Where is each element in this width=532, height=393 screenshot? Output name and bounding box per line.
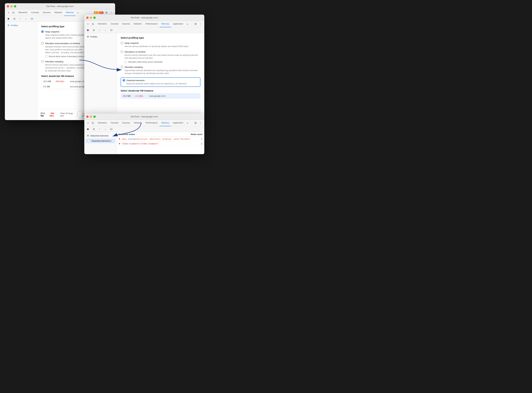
settings-icon-2[interactable]: ⚙	[193, 22, 198, 26]
more-tabs-icon-2[interactable]: »	[185, 22, 190, 26]
minimize-btn-3[interactable]	[90, 116, 92, 118]
nodes-row-0[interactable]: ● <div style="position: absolute; displa…	[117, 137, 204, 141]
main-3: Detached nodes Node count ● <div style="…	[117, 132, 204, 154]
tab-performance-2[interactable]: Performance	[144, 21, 160, 27]
bullet-0: ●	[119, 138, 120, 140]
nodes-row-1-html: ● <fake-element></fake-element>	[119, 142, 158, 145]
detached-elements-label: Detached elements 1	[92, 140, 111, 142]
stack-traces-checkbox-1[interactable]	[45, 55, 47, 58]
collect-icon-2[interactable]: ⛁	[109, 28, 113, 32]
clear-icon-3[interactable]: ⊘	[92, 127, 96, 131]
cursor-icon-2[interactable]: ⌖	[86, 22, 90, 26]
upload-icon-1[interactable]: ↑	[18, 17, 22, 21]
tab-console-3[interactable]: Console	[109, 120, 120, 126]
sampling-radio-1[interactable]	[41, 60, 44, 63]
record-icon-3[interactable]: ⏺	[86, 127, 90, 131]
tab-network-2[interactable]: Network	[132, 21, 144, 27]
more-icon-3[interactable]: ⋮	[198, 121, 203, 125]
settings-icon-1[interactable]: ⚙	[104, 10, 109, 15]
devtools-window-2: DevTools - www.google.com/ ⌖ ⊡ Elements …	[84, 15, 204, 122]
sampling-label-2: Allocation sampling	[125, 66, 143, 68]
alloc-radio-2[interactable]	[121, 50, 123, 53]
tab-performance-3[interactable]: Performance	[144, 120, 160, 126]
more-tabs-icon-1[interactable]: »	[76, 10, 80, 15]
main-2: Select profiling type Heap snapshot See …	[117, 33, 204, 113]
tab-console-1[interactable]: Console	[29, 10, 41, 16]
tab-network-1[interactable]: Network	[53, 10, 64, 16]
sidebar-item-profiles-2[interactable]: ⚙ Profiles	[84, 34, 116, 39]
detached-radio-2[interactable]	[123, 79, 125, 82]
mobile-icon-2[interactable]: ⊡	[91, 22, 95, 26]
mobile-icon-3[interactable]: ⊡	[91, 121, 95, 125]
heap-label-2: Heap snapshot	[125, 42, 139, 44]
collect-icon-3[interactable]: ⛁	[109, 127, 113, 131]
sampling-radio-2[interactable]	[121, 66, 123, 68]
heap-radio-1[interactable]	[41, 30, 44, 33]
minimize-btn-1[interactable]	[10, 5, 13, 7]
tab-elements-3[interactable]: Elements	[96, 120, 109, 126]
record-icon-2[interactable]: ⏺	[86, 28, 90, 32]
checkbox-row-2: Allocation stack traces (more overhead)	[125, 61, 200, 63]
maximize-btn-1[interactable]	[14, 5, 16, 7]
vm-size-1-1: 5.2 MB	[43, 85, 53, 88]
download-icon-2[interactable]: ↓	[103, 28, 108, 32]
close-btn-1[interactable]	[7, 5, 9, 7]
sampling-radio-row-2: Allocation sampling	[121, 66, 200, 68]
tab-network-3[interactable]: Network	[132, 120, 144, 126]
sidebar-2: ⚙ Profiles	[84, 33, 117, 122]
sampling-option-2: Allocation sampling Approximate memory a…	[121, 66, 200, 75]
tab-elements-2[interactable]: Elements	[96, 21, 109, 27]
settings-icon-3[interactable]: ⚙	[193, 121, 198, 125]
tab-memory-3[interactable]: Memory	[160, 120, 171, 126]
clear-icon-1[interactable]: ⊘	[12, 17, 17, 21]
close-btn-3[interactable]	[86, 116, 88, 118]
window-controls-1	[7, 5, 16, 7]
alloc-stack-checkbox-2[interactable]	[125, 61, 127, 63]
mobile-icon[interactable]: ⊡	[11, 10, 15, 15]
sidebar-item-profiles-1[interactable]: ⚙ Profiles	[5, 23, 37, 28]
maximize-btn-3[interactable]	[93, 116, 96, 118]
sidebar-item-profiles-3[interactable]: ⚙ Detached elements	[84, 133, 116, 138]
footer-size-1: 27.5 MB	[41, 112, 48, 117]
tab-elements-1[interactable]: Elements	[17, 10, 29, 16]
stack-traces-label-1: Record stack traces of allocations (extr…	[49, 55, 87, 58]
upload-icon-2[interactable]: ↑	[97, 28, 102, 32]
detached-label-2: Detached elements	[126, 79, 145, 82]
profile-file-icon: 📄	[87, 140, 90, 142]
toolbar2-2: ⏺ ⊘ ↑ ↓ ⛁	[84, 27, 204, 33]
heap-radio-2[interactable]	[121, 42, 123, 44]
vm-row-2-0[interactable]: 13.0 MB ↓3.1 kB/s www.google.com	[121, 93, 200, 98]
record-icon-1[interactable]: ⏺	[6, 17, 11, 21]
section-title-2: Select profiling type	[121, 36, 200, 39]
more-tabs-icon-3[interactable]: »	[185, 121, 190, 125]
maximize-btn-2[interactable]	[93, 17, 96, 19]
cursor-icon[interactable]: ⌖	[6, 10, 11, 15]
tab-sources-1[interactable]: Sources	[41, 10, 53, 16]
alloc-radio-1[interactable]	[41, 42, 44, 45]
tab-sources-3[interactable]: Sources	[120, 120, 132, 126]
tab-memory-2[interactable]: Memory	[160, 21, 171, 27]
nodes-row-1[interactable]: ● <fake-element></fake-element> 1	[117, 141, 204, 146]
tab-application-2[interactable]: Application	[171, 21, 185, 27]
nodes-row-0-html: ● <div style="position: absolute; displa…	[119, 138, 190, 140]
tab-memory-1[interactable]: Memory	[64, 10, 76, 16]
download-icon-3[interactable]: ↓	[103, 127, 108, 131]
toolbar-right-1: ⚠ 1 ■ 1 ⚙ ⋮	[94, 10, 114, 15]
tab-console-2[interactable]: Console	[109, 21, 120, 27]
detached-elements-profile-item[interactable]: 📄 Detached elements 1	[86, 138, 115, 143]
upload-icon-3[interactable]: ↑	[97, 127, 102, 131]
download-icon-1[interactable]: ↓	[24, 17, 28, 21]
vm-rate-1-0: ↑580 kB/s	[55, 80, 68, 83]
close-btn-2[interactable]	[86, 17, 88, 19]
tab-sources-2[interactable]: Sources	[120, 21, 132, 27]
minimize-btn-2[interactable]	[90, 17, 92, 19]
alloc-stack-label-2: Allocation stack traces (more overhead)	[128, 61, 162, 63]
cursor-icon-3[interactable]: ⌖	[86, 121, 90, 125]
nodes-table-header: Detached nodes Node count	[117, 132, 204, 137]
collect-icon-1[interactable]: ⛁	[29, 17, 34, 21]
more-icon-1[interactable]: ⋮	[109, 10, 114, 15]
body-3: ⚙ Detached elements 📄 Detached elements …	[84, 132, 204, 154]
clear-icon-2[interactable]: ⊘	[92, 28, 96, 32]
more-icon-2[interactable]: ⋮	[198, 22, 203, 26]
tab-application-3[interactable]: Application	[171, 120, 185, 126]
